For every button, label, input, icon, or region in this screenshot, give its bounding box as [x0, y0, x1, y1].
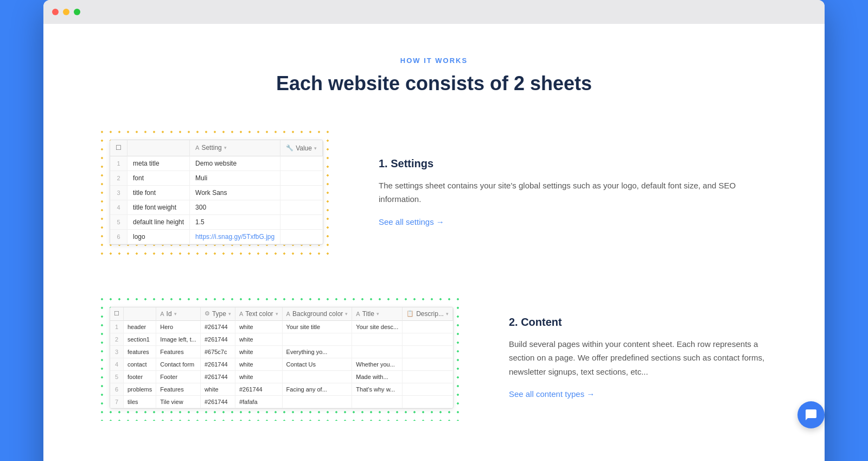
setting-name: title font weight — [127, 200, 190, 214]
content-desc: Made with... — [352, 370, 403, 383]
content-type: Footer — [156, 370, 201, 383]
setting-name: logo — [127, 229, 190, 244]
content-text-color: #261744 — [200, 333, 235, 345]
col-desc: 📋 Descrip... ▾ — [403, 307, 453, 321]
setting-name: default line height — [127, 214, 190, 229]
content-link[interactable]: See all content types → — [509, 389, 595, 399]
content-text-color: white — [200, 383, 235, 395]
setting-value: 300 — [190, 200, 280, 214]
col-bg-color: A Background color ▾ — [282, 307, 352, 321]
settings-table: ☐ A Setting ▾ 🔧 Value ▾ 1 meta title — [110, 140, 323, 244]
content-visual: ☐ A Id ▾ ⚙ Type ▾ A Text color ▾ A Backg… — [98, 295, 465, 421]
content-desc — [352, 333, 403, 345]
settings-heading: 1. Settings — [379, 157, 770, 170]
setting-value: 1.5 — [190, 214, 280, 229]
content-bg: white — [235, 358, 282, 370]
settings-link[interactable]: See all settings → — [379, 217, 444, 226]
content-id: tiles — [124, 395, 156, 408]
content-title: Facing any of... — [282, 383, 352, 395]
browser-bar — [43, 0, 825, 24]
content-id: problems — [124, 383, 156, 395]
content-type: Features — [156, 383, 201, 395]
row-num: 4 — [110, 358, 124, 370]
maximize-button[interactable] — [74, 9, 80, 15]
setting-name: font — [127, 170, 190, 185]
content-text-color: #261744 — [200, 320, 235, 333]
content-id: header — [124, 320, 156, 333]
setting-value: Demo website — [190, 156, 280, 170]
content-id: footer — [124, 370, 156, 383]
row-num: 3 — [110, 185, 127, 200]
row-num: 1 — [110, 156, 127, 170]
content-type: Tile view — [156, 395, 201, 408]
content-text: 2. Content Build several pages within yo… — [509, 316, 770, 400]
chat-button[interactable] — [797, 401, 825, 428]
section-title: Each website consists of 2 sheets — [65, 72, 803, 95]
table-row: 3 features Features #675c7c white Everyt… — [110, 345, 452, 358]
content-text-color: #261744 — [200, 358, 235, 370]
content-title — [282, 370, 352, 383]
content-desc — [352, 395, 403, 408]
settings-description: The settings sheet contains your site's … — [379, 179, 770, 206]
content-desc: That's why w... — [352, 383, 403, 395]
close-button[interactable] — [52, 9, 59, 15]
settings-visual: ☐ A Setting ▾ 🔧 Value ▾ 1 meta title — [98, 128, 335, 257]
col-type: ⚙ Type ▾ — [200, 307, 235, 321]
table-row: 5 footer Footer #261744 white Made with.… — [110, 370, 452, 383]
table-row: 3 title font Work Sans — [110, 185, 322, 200]
settings-dotted-frame: ☐ A Setting ▾ 🔧 Value ▾ 1 meta title — [98, 128, 335, 257]
setting-name: title font — [127, 185, 190, 200]
content-desc — [352, 345, 403, 358]
content-type: Features — [156, 345, 201, 358]
row-num: 3 — [110, 345, 124, 358]
col-num — [127, 140, 190, 156]
browser-window: HOW IT WORKS Each website consists of 2 … — [43, 0, 825, 461]
content-sheet: ☐ A Id ▾ ⚙ Type ▾ A Text color ▾ A Backg… — [110, 307, 454, 409]
content-bg: #261744 — [235, 383, 282, 395]
col-setting: A Setting ▾ — [190, 140, 280, 156]
setting-value: Muli — [190, 170, 280, 185]
row-num: 7 — [110, 395, 124, 408]
row-num: 6 — [110, 383, 124, 395]
table-row: 6 problems Features white #261744 Facing… — [110, 383, 452, 395]
section-eyebrow: HOW IT WORKS — [65, 56, 803, 65]
content-description: Build several pages within your content … — [509, 337, 770, 379]
col-n — [124, 307, 156, 321]
content-text-color: #675c7c — [200, 345, 235, 358]
content-title: Everything yo... — [282, 345, 352, 358]
content-type: Image left, t... — [156, 333, 201, 345]
table-row: 7 tiles Tile view #261744 #fafafa — [110, 395, 452, 408]
content-desc: Whether you... — [352, 358, 403, 370]
col-check: ☐ — [110, 307, 124, 321]
content-bg: white — [235, 333, 282, 345]
table-row: 2 font Muli — [110, 170, 322, 185]
settings-sheet: ☐ A Setting ▾ 🔧 Value ▾ 1 meta title — [110, 140, 323, 245]
content-id: features — [124, 345, 156, 358]
content-section: 2. Content Build several pages within yo… — [65, 295, 803, 421]
content-bg: white — [235, 320, 282, 333]
col-id: A Id ▾ — [156, 307, 201, 321]
content-bg: white — [235, 370, 282, 383]
content-text-color: #261744 — [200, 395, 235, 408]
row-num: 5 — [110, 370, 124, 383]
table-row: 1 meta title Demo website — [110, 156, 322, 170]
settings-text: 1. Settings The settings sheet contains … — [379, 157, 770, 227]
col-title: A Title ▾ — [352, 307, 403, 321]
setting-value-link: https://i.snag.gy/5TxfbG.jpg — [190, 229, 280, 244]
table-row: 4 contact Contact form #261744 white Con… — [110, 358, 452, 370]
setting-name: meta title — [127, 156, 190, 170]
content-bg: #fafafa — [235, 395, 282, 408]
page-content: HOW IT WORKS Each website consists of 2 … — [43, 24, 825, 461]
row-num: 5 — [110, 214, 127, 229]
settings-section: ☐ A Setting ▾ 🔧 Value ▾ 1 meta title — [65, 128, 803, 257]
row-num: 2 — [110, 333, 124, 345]
col-value: 🔧 Value ▾ — [280, 140, 323, 156]
content-title: Contact Us — [282, 358, 352, 370]
content-desc: Your site desc... — [352, 320, 403, 333]
table-row: 6 logo https://i.snag.gy/5TxfbG.jpg — [110, 229, 322, 244]
content-title: Your site title — [282, 320, 352, 333]
table-row: 5 default line height 1.5 — [110, 214, 322, 229]
minimize-button[interactable] — [63, 9, 69, 15]
content-bg: white — [235, 345, 282, 358]
table-row: 2 section1 Image left, t... #261744 whit… — [110, 333, 452, 345]
